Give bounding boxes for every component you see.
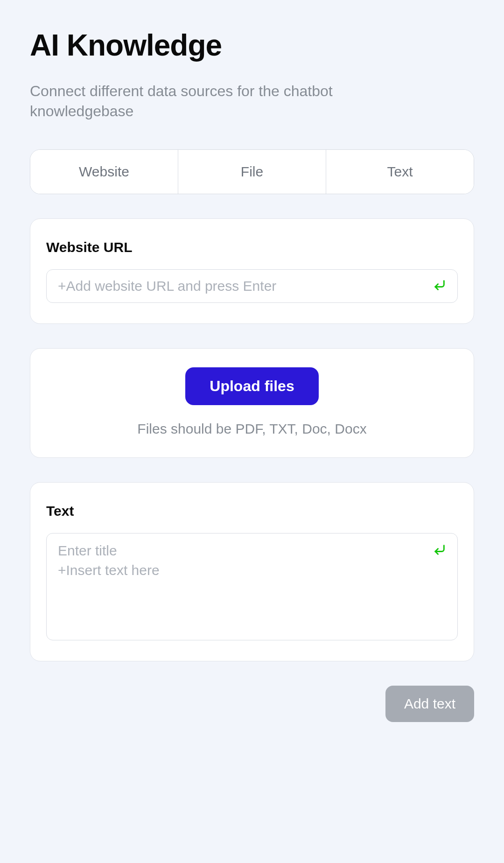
enter-icon — [433, 543, 446, 558]
website-card: Website URL — [30, 218, 474, 324]
website-card-title: Website URL — [46, 239, 458, 255]
text-title-input[interactable] — [58, 543, 427, 559]
text-card-title: Text — [46, 503, 458, 519]
text-body-input[interactable] — [58, 562, 446, 628]
upload-files-button[interactable]: Upload files — [185, 367, 318, 405]
source-tabs: Website File Text — [30, 149, 474, 194]
footer-row: Add text — [30, 686, 474, 722]
tab-website[interactable]: Website — [30, 150, 178, 194]
page-subtitle: Connect different data sources for the c… — [30, 81, 366, 121]
page-title: AI Knowledge — [30, 28, 474, 63]
upload-card: Upload files Files should be PDF, TXT, D… — [30, 348, 474, 458]
upload-hint: Files should be PDF, TXT, Doc, Docx — [137, 421, 366, 437]
add-text-button[interactable]: Add text — [385, 686, 474, 722]
tab-file[interactable]: File — [178, 150, 326, 194]
website-url-input-wrap — [46, 269, 458, 303]
enter-icon — [433, 279, 446, 294]
website-url-input[interactable] — [58, 270, 427, 302]
text-box — [46, 533, 458, 640]
tab-text[interactable]: Text — [326, 150, 474, 194]
text-card: Text — [30, 482, 474, 661]
